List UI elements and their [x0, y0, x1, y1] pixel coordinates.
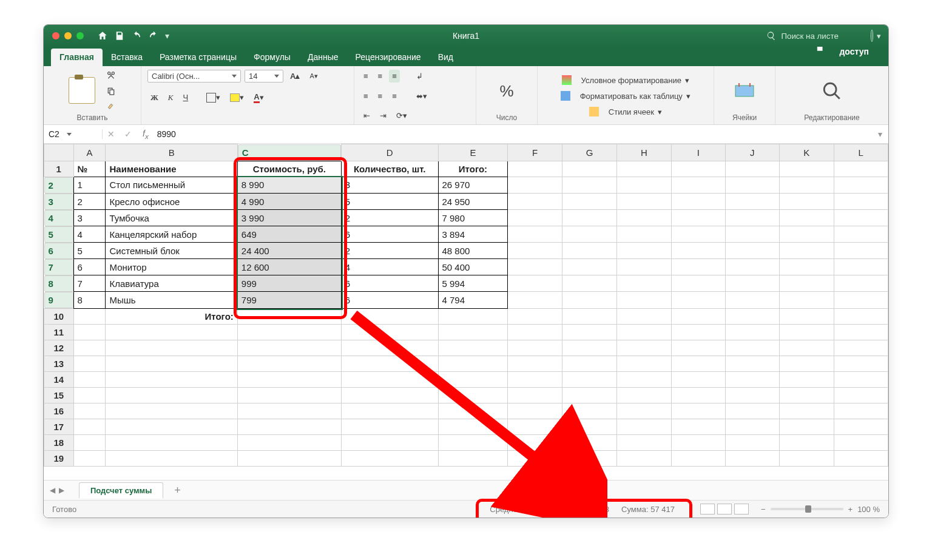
font-size-select[interactable]: 14 — [245, 70, 283, 83]
cell-I5[interactable] — [672, 226, 726, 243]
col-header-A[interactable]: A — [73, 144, 106, 161]
cell-styles-button[interactable]: Стили ячеек ▾ — [544, 105, 707, 118]
cell-F17[interactable] — [508, 419, 562, 434]
cell-I7[interactable] — [672, 259, 726, 275]
cell-E5[interactable]: 3 894 — [438, 226, 508, 243]
indent-left-button[interactable]: ⇤ — [360, 109, 373, 122]
cell-I16[interactable] — [672, 403, 726, 419]
cell-K7[interactable] — [779, 259, 834, 275]
cell-C10[interactable] — [237, 308, 341, 324]
cell-F2[interactable] — [508, 177, 562, 194]
orientation-button[interactable]: ⟳▾ — [393, 109, 410, 122]
cell-H1[interactable] — [617, 161, 672, 177]
col-header-D[interactable]: D — [341, 144, 438, 161]
view-normal-button[interactable] — [700, 504, 715, 514]
cell-A15[interactable] — [73, 387, 106, 403]
cell-L15[interactable] — [834, 387, 888, 403]
cell-I12[interactable] — [672, 340, 726, 356]
cell-I17[interactable] — [672, 419, 726, 434]
cell-E6[interactable]: 48 800 — [438, 243, 508, 259]
cell-E9[interactable]: 4 794 — [438, 292, 508, 309]
cell-K16[interactable] — [779, 403, 834, 419]
cell-J13[interactable] — [725, 356, 779, 371]
cell-F6[interactable] — [508, 243, 562, 259]
maximize-window-button[interactable] — [76, 32, 84, 39]
row-header-17[interactable]: 17 — [44, 419, 74, 434]
cell-B14[interactable] — [106, 371, 237, 387]
cell-J12[interactable] — [725, 340, 779, 356]
close-window-button[interactable] — [52, 32, 59, 39]
cell-K15[interactable] — [779, 387, 834, 403]
cell-F10[interactable] — [508, 308, 562, 324]
row-header-1[interactable]: 1 — [44, 161, 74, 177]
cut-icon[interactable] — [106, 70, 116, 80]
cell-H12[interactable] — [617, 340, 672, 356]
view-page-layout-button[interactable] — [717, 504, 732, 514]
formula-input[interactable]: 8990 — [155, 129, 872, 139]
sheet-tab[interactable]: Подсчет суммы — [79, 482, 163, 498]
cell-E1[interactable]: Итого: — [438, 161, 508, 177]
search-input[interactable] — [780, 31, 861, 41]
row-header-13[interactable]: 13 — [44, 356, 74, 371]
cell-E3[interactable]: 24 950 — [438, 194, 508, 210]
cell-J14[interactable] — [725, 371, 779, 387]
cell-H19[interactable] — [617, 450, 672, 466]
row-header-5[interactable]: 5 — [44, 226, 73, 243]
cell-C8[interactable]: 999 — [237, 275, 341, 292]
add-sheet-button[interactable]: + — [174, 484, 181, 497]
cell-E14[interactable] — [438, 371, 508, 387]
cell-A5[interactable]: 4 — [73, 226, 106, 243]
cell-E11[interactable] — [438, 324, 508, 340]
cell-C18[interactable] — [237, 434, 341, 450]
cell-I3[interactable] — [672, 194, 726, 210]
cell-B19[interactable] — [106, 450, 237, 466]
cell-C3[interactable]: 4 990 — [237, 194, 341, 210]
cell-E18[interactable] — [438, 434, 508, 450]
cell-I13[interactable] — [672, 356, 726, 371]
cell-I15[interactable] — [672, 387, 726, 403]
spreadsheet-grid[interactable]: ABCDEFGHIJKL1№НаименованиеСтоимость, руб… — [44, 144, 888, 480]
row-header-10[interactable]: 10 — [44, 308, 74, 324]
cell-A10[interactable] — [73, 308, 106, 324]
cell-H4[interactable] — [617, 210, 672, 226]
cell-B17[interactable] — [106, 419, 237, 434]
cell-B3[interactable]: Кресло офисное — [106, 194, 237, 210]
save-icon[interactable] — [114, 30, 125, 41]
cell-D17[interactable] — [341, 419, 438, 434]
cell-H6[interactable] — [617, 243, 672, 259]
row-header-15[interactable]: 15 — [44, 387, 74, 403]
cell-C7[interactable]: 12 600 — [237, 259, 341, 275]
cell-B1[interactable]: Наименование — [106, 161, 237, 177]
cell-K6[interactable] — [779, 243, 834, 259]
tab-view[interactable]: Вид — [430, 49, 462, 66]
cancel-formula-button[interactable]: ✕ — [103, 129, 120, 139]
view-page-break-button[interactable] — [734, 504, 749, 514]
cell-D9[interactable]: 6 — [341, 292, 438, 309]
cell-B15[interactable] — [106, 387, 237, 403]
cell-G4[interactable] — [562, 210, 616, 226]
col-header-G[interactable]: G — [562, 144, 616, 161]
cell-L1[interactable] — [834, 161, 888, 177]
cell-B18[interactable] — [106, 434, 237, 450]
cell-A3[interactable]: 2 — [73, 194, 106, 210]
font-name-select[interactable]: Calibri (Осн... — [147, 70, 241, 83]
cell-C2[interactable]: 8 990 — [237, 177, 341, 194]
cell-L17[interactable] — [834, 419, 888, 434]
cell-J11[interactable] — [725, 324, 779, 340]
cell-A1[interactable]: № — [73, 161, 106, 177]
cell-L13[interactable] — [834, 356, 888, 371]
cell-H13[interactable] — [617, 356, 672, 371]
cell-H18[interactable] — [617, 434, 672, 450]
cell-A12[interactable] — [73, 340, 106, 356]
cell-J10[interactable] — [725, 308, 779, 324]
col-header-K[interactable]: K — [779, 144, 834, 161]
cell-G10[interactable] — [562, 308, 616, 324]
cell-D16[interactable] — [341, 403, 438, 419]
format-painter-icon[interactable] — [106, 102, 116, 112]
cell-C12[interactable] — [237, 340, 341, 356]
row-header-14[interactable]: 14 — [44, 371, 74, 387]
cell-D1[interactable]: Количество, шт. — [341, 161, 438, 177]
bold-button[interactable]: Ж — [147, 91, 161, 104]
merge-button[interactable]: ⬌▾ — [413, 90, 430, 103]
cell-I2[interactable] — [672, 177, 726, 194]
